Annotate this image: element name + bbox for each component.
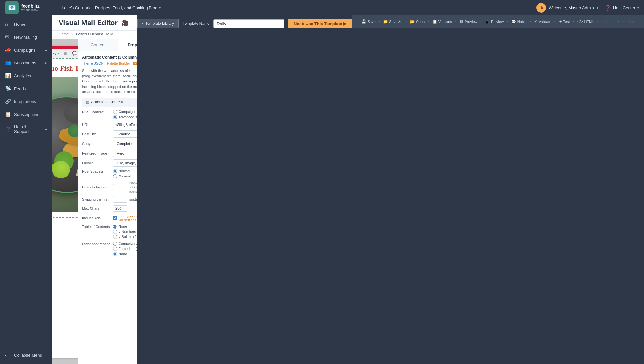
posts-include-row: Posts to Include Blank uses the schedule… [82, 181, 137, 194]
video-icon[interactable]: 🎥 [121, 19, 129, 26]
spacing-normal[interactable]: Normal [113, 169, 131, 173]
toolbar-validate[interactable]: ✔ Validate [532, 18, 554, 25]
older-recaps-label: Older post recaps [82, 242, 111, 246]
post-title-select[interactable]: Headline Subheadline Normal [113, 130, 137, 138]
toolbar-preview1[interactable]: 🖥 Preview [457, 18, 480, 25]
toolbar-sep-6: • [507, 20, 508, 24]
sidebar-item-help[interactable]: ❓ Help & Support ▸ [0, 121, 52, 138]
sidebar-item-subscriptions[interactable]: 📋 Subscriptions [0, 108, 52, 121]
post-spacing-options: Normal Minimal [113, 169, 131, 178]
layout-row: Layout Title, Image, Copy Title, Copy, I… [82, 159, 137, 167]
help-arrow: ▸ [45, 128, 47, 131]
blog-name: Leite's Culinaria | Recipes, Food, and C… [62, 5, 157, 10]
sidebar-label-new-mailing: New Mailing [14, 35, 37, 40]
sidebar-label-collapse: Collapse Menu [14, 353, 42, 358]
tab-properties[interactable]: Properties [118, 39, 137, 51]
recaps-campaign[interactable]: Campaign settings [113, 242, 137, 246]
toc-bullets[interactable]: ≡ Bullets (2+ posts) [113, 235, 137, 239]
toolbar-open[interactable]: 📂 Open [407, 18, 427, 25]
toc-numbers[interactable]: ≡ Numbers (2+ posts) [113, 230, 137, 234]
toolbar-save[interactable]: 💾 Save [359, 18, 378, 25]
topnav: 📧 feedblitz win the inbox Leite's Culina… [0, 0, 644, 15]
sidebar-item-analytics[interactable]: 📊 Analytics [0, 69, 52, 82]
ac-header-icon: ▦ [85, 100, 89, 105]
skipping-first-input[interactable] [113, 196, 127, 203]
sidebar-item-collapse[interactable]: ‹ Collapse Menu [0, 349, 52, 361]
blog-selector[interactable]: Leite's Culinaria | Recipes, Food, and C… [62, 5, 531, 10]
canvas-tool-delete[interactable]: 🗑 [62, 50, 69, 56]
campaigns-icon: 📣 [5, 47, 11, 53]
breadcrumb-home[interactable]: Home [59, 32, 69, 36]
recaps-none[interactable]: None [113, 252, 137, 256]
spacing-minimal[interactable]: Minimal [113, 174, 131, 178]
toolbar-sep-8: • [554, 20, 556, 24]
toolbar-undo[interactable]: ↩ Undo [599, 18, 617, 25]
sidebar-item-feeds[interactable]: 📡 Feeds [0, 82, 52, 95]
analytics-icon: 📊 [5, 73, 11, 79]
template-lib-btn[interactable]: < Template Library [137, 19, 179, 28]
toolbar-test[interactable]: ✈ Test [556, 18, 572, 25]
featured-image-row: Featured Image Hero Thumbnail None [82, 150, 137, 157]
url-input[interactable] [113, 122, 137, 128]
toolbar-redo[interactable]: ↪ Redo [620, 18, 638, 25]
sidebar-item-campaigns[interactable]: 📣 Campaigns ▸ [0, 43, 52, 56]
toolbar-versions[interactable]: 📋 Versions [430, 18, 455, 25]
template-name-input[interactable] [213, 19, 284, 28]
integrations-icon: 🔗 [5, 99, 11, 104]
toolbar-notes[interactable]: 💬 Notes [509, 18, 529, 25]
bottom-bar: < Template Library Template Name: Next: … [137, 15, 352, 32]
palette-builder-link[interactable]: Palette Builder [107, 62, 130, 65]
max-chars-input[interactable] [113, 205, 127, 212]
recaps-forced[interactable]: Forced on (up to 5) [113, 247, 137, 251]
rss-advanced-settings[interactable]: Advanced settings [113, 115, 137, 119]
toc-label: Table of Contents [82, 225, 111, 229]
posts-include-input[interactable] [113, 184, 127, 190]
ac-header: ▦ Automatic Content ✎ ⋯ [82, 98, 137, 107]
save-icon: 💾 [361, 19, 366, 24]
food-image [52, 77, 78, 212]
include-ads-link[interactable]: See your account's ad settings [119, 214, 137, 222]
test-icon: ✈ [559, 19, 562, 24]
sidebar-item-integrations[interactable]: 🔗 Integrations [0, 95, 52, 108]
tab-content[interactable]: Content [78, 39, 118, 51]
user-badge[interactable]: fb Welcome, Master Admin ▾ [536, 3, 598, 13]
sidebar-label-analytics: Analytics [14, 73, 31, 78]
max-chars-label: Max Chars [82, 206, 111, 210]
ac-header-title: Automatic Content [91, 100, 137, 104]
copy-row: Copy Complete Summary None [82, 140, 137, 147]
help-btn[interactable]: ❓ Help Center ▾ [605, 5, 639, 11]
posts-include-hint: Blank uses the schedule to pick posts [129, 181, 137, 194]
featured-image-select[interactable]: Hero Thumbnail None [113, 150, 137, 157]
canvas-add-row: + + [52, 218, 78, 232]
panel-body: Automatic Content (1 Column) Theme JSON … [78, 51, 137, 364]
sidebar-item-home[interactable]: ⌂ Home [0, 18, 52, 31]
include-ads-checkbox[interactable] [113, 216, 117, 220]
sidebar-item-new-mailing[interactable]: ✉ New Mailing [0, 31, 52, 43]
user-label: Welcome, Master Admin [549, 5, 594, 10]
skipping-first-suffix: posts [129, 197, 137, 201]
older-recaps-row: Older post recaps Campaign settings Forc… [82, 242, 137, 256]
copy-select[interactable]: Complete Summary None [113, 140, 137, 147]
rss-campaign-settings[interactable]: Campaign settings [113, 110, 137, 114]
blog-chevron: ▾ [159, 6, 161, 10]
validate-icon: ✔ [534, 19, 537, 24]
breadcrumb-current: Leite's Culinaria Daily [76, 32, 113, 36]
canvas-frame: 💾 📋 </> 🗑 💬 🔲 📍 Ancho Fish Tacos [52, 46, 78, 358]
panel-section-title: Automatic Content (1 Column) [82, 55, 137, 60]
toolbar-save-as[interactable]: 📁 Save As [380, 18, 405, 25]
subscriptions-icon: 📋 [5, 111, 11, 117]
theme-json-link[interactable]: Theme JSON [82, 62, 104, 65]
editor-canvas-area: 💾 📋 </> 🗑 💬 🔲 📍 Ancho Fish Tacos [52, 39, 137, 364]
canvas-tool-comment[interactable]: 💬 [71, 50, 78, 56]
toolbar-preview2[interactable]: 📱 Preview [482, 18, 506, 25]
toolbar-sep-1: • [379, 20, 380, 24]
sidebar-item-subscribers[interactable]: 👥 Subscribers ▸ [0, 56, 52, 69]
versions-icon: 📋 [432, 19, 437, 24]
next-btn[interactable]: Next: Use This Template ▶ [288, 19, 352, 28]
bottom-toolbar: 💾 Save • 📁 Save As • 📂 Open • 📋 Versions… [352, 15, 644, 28]
toolbar-html[interactable]: </> HTML [575, 18, 596, 25]
canvas-tool-code[interactable]: </> [52, 50, 60, 56]
older-recaps-options: Campaign settings Forced on (up to 5) No… [113, 242, 137, 256]
toc-none[interactable]: None [113, 225, 137, 229]
layout-select[interactable]: Title, Image, Copy Title, Copy, Image Im… [113, 159, 137, 167]
